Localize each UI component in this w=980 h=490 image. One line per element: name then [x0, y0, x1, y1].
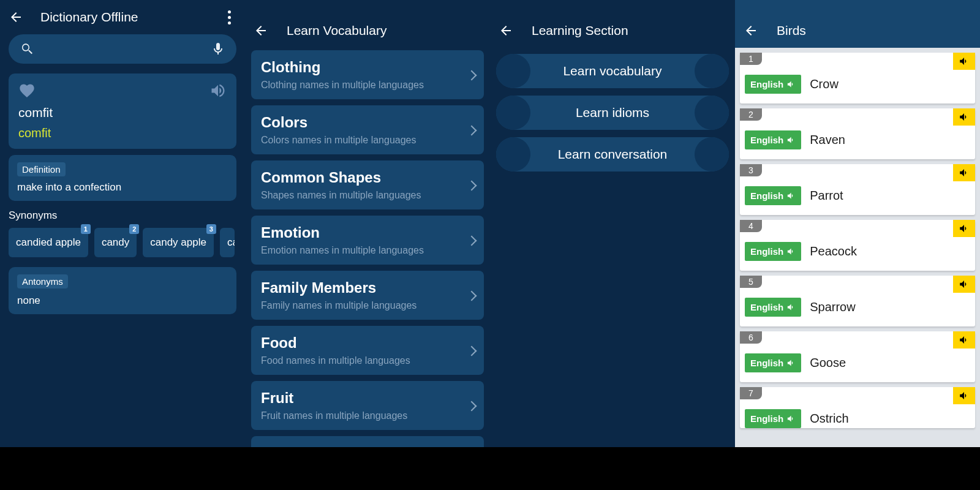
vocab-item-clothing[interactable]: Clothing Clothing names in multiple lang…: [251, 50, 484, 99]
language-badge[interactable]: English: [745, 186, 801, 205]
bird-card[interactable]: 7 English Ostrich: [740, 387, 975, 428]
item-number: 6: [740, 331, 762, 344]
page-title: Birds: [777, 23, 806, 38]
bird-card[interactable]: 5 English Sparrow: [740, 276, 975, 326]
vocab-item-food[interactable]: Food Food names in multiple languages: [251, 326, 484, 375]
learn-conversation-button[interactable]: Learn conversation: [496, 137, 729, 172]
play-audio-button[interactable]: [953, 276, 975, 293]
item-number: 3: [740, 164, 762, 176]
back-arrow-icon[interactable]: [254, 23, 268, 38]
language-badge[interactable]: English: [745, 298, 801, 317]
item-number: 2: [740, 108, 762, 121]
item-number: 7: [740, 387, 762, 399]
bird-name: Ostrich: [810, 412, 848, 426]
chevron-right-icon: [468, 69, 475, 81]
more-menu-icon[interactable]: [222, 10, 236, 24]
play-audio-button[interactable]: [953, 220, 975, 237]
language-badge[interactable]: English: [745, 409, 801, 428]
definition-text: make into a confection: [17, 181, 228, 194]
decorative-circle: [496, 54, 530, 88]
language-badge[interactable]: English: [745, 242, 801, 261]
back-arrow-icon[interactable]: [744, 23, 758, 38]
vocab-item-shapes[interactable]: Common Shapes Shapes names in multiple l…: [251, 160, 484, 209]
bird-name: Crow: [810, 77, 839, 91]
app-header: Birds: [735, 0, 980, 48]
learning-list: Learn vocabulary Learn idioms Learn conv…: [490, 48, 735, 178]
vocab-item-dryfruit[interactable]: Dry Fruit: [251, 436, 484, 447]
microphone-icon[interactable]: [211, 42, 225, 56]
item-number: 1: [740, 53, 762, 65]
search-icon: [20, 42, 34, 56]
bird-name: Raven: [810, 133, 845, 147]
chevron-right-icon: [468, 289, 475, 301]
language-badge[interactable]: English: [745, 130, 801, 149]
item-number: 4: [740, 220, 762, 232]
decorative-circle: [695, 137, 729, 172]
app-header: Learning Section: [490, 0, 735, 48]
dictionary-screen: Dictionary Offline comfit comfit Definit…: [0, 0, 245, 447]
play-audio-button[interactable]: [953, 387, 975, 404]
antonyms-label: Antonyms: [17, 274, 68, 288]
learn-vocabulary-button[interactable]: Learn vocabulary: [496, 54, 729, 88]
back-arrow-icon[interactable]: [9, 10, 23, 24]
synonym-chip[interactable]: ca: [220, 228, 235, 257]
bird-name: Sparrow: [810, 300, 855, 314]
play-audio-button[interactable]: [953, 53, 975, 70]
synonym-chip[interactable]: candy2: [94, 228, 137, 257]
chevron-right-icon: [468, 399, 475, 412]
definition-label: Definition: [17, 162, 66, 176]
antonyms-text: none: [17, 295, 228, 307]
app-header: Dictionary Offline: [0, 0, 245, 34]
back-arrow-icon[interactable]: [499, 23, 513, 38]
synonyms-row: candied apple1 candy2 candy apple3 ca: [0, 228, 245, 257]
page-title: Learn Vocabulary: [287, 23, 386, 38]
word-alt: comfit: [18, 126, 227, 140]
word-main: comfit: [18, 105, 227, 120]
audio-icon[interactable]: [209, 82, 227, 99]
learn-idioms-button[interactable]: Learn idioms: [496, 96, 729, 130]
bird-name: Goose: [810, 356, 846, 370]
bottom-bar: [0, 447, 980, 490]
decorative-circle: [496, 96, 530, 130]
page-title: Dictionary Offline: [40, 10, 222, 24]
chevron-right-icon: [468, 344, 475, 356]
item-number: 5: [740, 276, 762, 288]
play-audio-button[interactable]: [953, 164, 975, 181]
play-audio-button[interactable]: [953, 108, 975, 126]
chevron-right-icon: [468, 234, 475, 246]
birds-screen: Birds 1 English Crow 2 English Raven 3 E…: [735, 0, 980, 447]
vocab-item-family[interactable]: Family Members Family names in multiple …: [251, 271, 484, 320]
synonym-chip[interactable]: candy apple3: [143, 228, 214, 257]
language-badge[interactable]: English: [745, 353, 801, 372]
vocab-item-emotion[interactable]: Emotion Emotion names in multiple langua…: [251, 216, 484, 265]
favorite-icon[interactable]: [18, 82, 36, 99]
search-input[interactable]: [9, 34, 236, 64]
decorative-circle: [695, 96, 729, 130]
bird-card[interactable]: 1 English Crow: [740, 53, 975, 104]
learning-section-screen: Learning Section Learn vocabulary Learn …: [490, 0, 735, 447]
birds-list: 1 English Crow 2 English Raven 3 English…: [735, 48, 980, 428]
bird-card[interactable]: 3 English Parrot: [740, 164, 975, 215]
definition-card: Definition make into a confection: [9, 155, 236, 201]
bird-name: Parrot: [810, 189, 843, 203]
chevron-right-icon: [468, 179, 475, 191]
synonyms-label: Synonyms: [9, 209, 236, 222]
synonym-chip[interactable]: candied apple1: [9, 228, 88, 257]
vocabulary-list: Clothing Clothing names in multiple lang…: [245, 48, 490, 447]
vocab-item-fruit[interactable]: Fruit Fruit names in multiple languages: [251, 381, 484, 430]
play-audio-button[interactable]: [953, 331, 975, 349]
bird-card[interactable]: 4 English Peacock: [740, 220, 975, 271]
chevron-right-icon: [468, 124, 475, 136]
language-badge[interactable]: English: [745, 75, 801, 94]
decorative-circle: [695, 54, 729, 88]
vocabulary-screen: Learn Vocabulary Clothing Clothing names…: [245, 0, 490, 447]
app-header: Learn Vocabulary: [245, 0, 490, 48]
bird-name: Peacock: [810, 244, 857, 258]
vocab-item-colors[interactable]: Colors Colors names in multiple language…: [251, 105, 484, 154]
page-title: Learning Section: [532, 23, 628, 38]
decorative-circle: [496, 137, 530, 172]
bird-card[interactable]: 6 English Goose: [740, 331, 975, 382]
word-card: comfit comfit: [9, 74, 236, 149]
antonyms-card: Antonyms none: [9, 267, 236, 314]
bird-card[interactable]: 2 English Raven: [740, 108, 975, 159]
